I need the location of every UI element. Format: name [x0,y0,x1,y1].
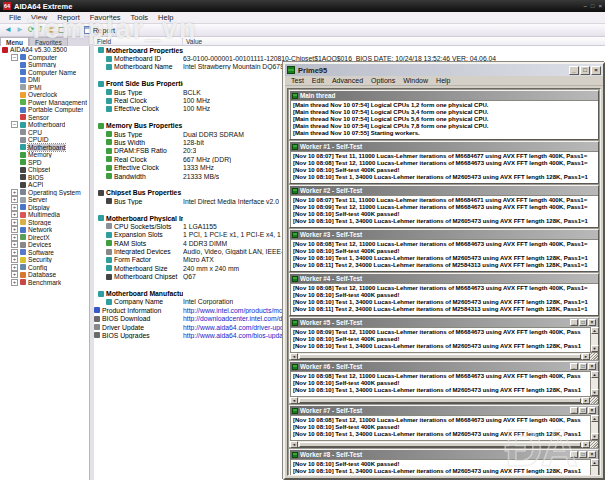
tree-item[interactable]: + Benchmark [0,279,89,287]
menu-item[interactable]: □ [591,3,595,9]
tree-item[interactable]: Chipset [0,166,89,174]
scroll-left-icon[interactable]: ◄ [290,397,298,404]
tree-item[interactable]: Power Management [0,99,89,107]
tree-item[interactable]: CPUID [0,136,89,144]
expander-icon[interactable]: + [11,256,18,263]
scroll-left-icon[interactable]: ◄ [290,441,298,448]
expander-icon[interactable]: + [11,264,18,271]
tree-item[interactable]: + Display [0,204,89,212]
tree-item[interactable]: + Operating System [0,189,89,197]
expander-icon[interactable]: + [11,279,18,286]
window-button[interactable]: _ [570,319,578,326]
tree-item[interactable]: DMI [0,76,89,84]
worker-titlebar[interactable]: Worker #2 - Self-Test [290,186,598,195]
worker-titlebar[interactable]: Worker #3 - Self-Test [290,230,598,239]
window-button[interactable]: _ [570,363,578,370]
menu-item[interactable]: Window [399,77,432,84]
expander-icon[interactable]: + [11,219,18,226]
prime95-titlebar[interactable]: Prime95 _□× [285,64,603,76]
expander-icon[interactable]: + [11,189,18,196]
tree-item[interactable]: BIOS [0,174,89,182]
worker-window-buttons[interactable]: _□× [570,407,596,414]
vertical-scrollbar[interactable]: ▲ ▼ [590,327,598,352]
expander-icon[interactable]: + [11,226,18,233]
scroll-down-icon[interactable]: ▼ [591,345,599,352]
vertical-scrollbar[interactable]: ▲ ▼ [590,459,598,476]
resize-grip[interactable] [590,397,598,404]
tree-item[interactable]: Motherboard [0,144,89,152]
tree-item[interactable]: + Network [0,226,89,234]
window-button[interactable]: × [588,407,596,414]
tab-menu[interactable]: Menu [0,37,29,46]
tree-item[interactable]: Overclock [0,91,89,99]
resize-grip[interactable] [590,353,598,360]
scroll-up-icon[interactable]: ▲ [591,415,599,422]
tree-item[interactable]: SPD [0,159,89,167]
menu-item[interactable]: File [4,13,26,22]
tree-item[interactable]: + Server [0,196,89,204]
tree-item[interactable]: + Multimedia [0,211,89,219]
expander-icon[interactable]: + [11,241,18,248]
expander-icon[interactable]: + [11,196,18,203]
scroll-right-icon[interactable]: ► [582,353,590,360]
expander-icon[interactable]: − [11,121,18,128]
menu-item[interactable]: × [598,3,602,9]
prime95-window-buttons[interactable]: _□× [569,66,601,75]
tree-item[interactable]: + Software [0,249,89,257]
worker-titlebar[interactable]: Worker #5 - Self-Test _□× [290,318,598,327]
tree-item[interactable]: Computer Name [0,69,89,77]
window-button[interactable]: × [591,66,601,75]
tree-item[interactable]: ACPI [0,181,89,189]
tree-item[interactable]: Summary [0,61,89,69]
window-button[interactable]: □ [580,66,590,75]
scrollbar-thumb[interactable] [299,354,581,359]
forward-icon[interactable]: ► [16,26,24,34]
window-button[interactable]: × [588,451,596,458]
worker-titlebar[interactable]: Worker #7 - Self-Test _□× [290,406,598,415]
aida64-titlebar[interactable]: 64 AIDA64 Extreme –□× [0,0,605,12]
worker-window-buttons[interactable]: _□× [570,319,596,326]
tree-item[interactable]: + Devices [0,241,89,249]
tree-item[interactable]: Sensor [0,114,89,122]
resize-grip[interactable] [590,441,598,448]
scrollbar-thumb[interactable] [299,398,581,403]
window-button[interactable]: □ [579,363,587,370]
vertical-scrollbar[interactable]: ▲ ▼ [590,371,598,396]
menu-item[interactable]: Help [432,77,454,84]
scroll-up-icon[interactable]: ▲ [591,371,599,378]
vertical-scrollbar[interactable]: ▲ ▼ [590,415,598,440]
tree-item[interactable]: Memory [0,151,89,159]
tree-item[interactable]: − Motherboard [0,121,89,129]
expander-icon[interactable]: + [11,271,18,278]
window-button[interactable]: □ [579,407,587,414]
tree-item[interactable]: − Computer [0,54,89,62]
back-icon[interactable]: ◄ [4,26,12,34]
worker-titlebar[interactable]: Worker #6 - Self-Test _□× [290,362,598,371]
menu-item[interactable]: – [584,3,587,9]
horizontal-scrollbar[interactable]: ◄ ► [290,352,598,359]
tree-item[interactable]: + Security [0,256,89,264]
expander-icon[interactable]: + [11,249,18,256]
menu-item[interactable]: Edit [308,77,328,84]
worker-titlebar[interactable]: Worker #1 - Self-Test [290,142,598,151]
tree-item[interactable]: + Config [0,264,89,272]
aida64-window-buttons[interactable]: –□× [584,3,602,9]
menu-item[interactable]: Test [287,77,308,84]
tree-item[interactable]: + Database [0,271,89,279]
scroll-up-icon[interactable]: ▲ [591,327,599,334]
expander-icon[interactable]: + [11,204,18,211]
tree-item[interactable]: IPMI [0,84,89,92]
scroll-right-icon[interactable]: ► [582,441,590,448]
window-button[interactable]: □ [579,451,587,458]
scroll-right-icon[interactable]: ► [582,397,590,404]
window-button[interactable]: × [588,363,596,370]
window-button[interactable]: × [588,319,596,326]
property-row[interactable]: Motherboard Properties [94,46,605,54]
tree-item[interactable]: Portable Computer [0,106,89,114]
tree-item[interactable]: + Storage [0,219,89,227]
window-button[interactable]: _ [569,66,579,75]
window-button[interactable]: □ [579,319,587,326]
scroll-left-icon[interactable]: ◄ [290,353,298,360]
horizontal-scrollbar[interactable]: ◄ ► [290,396,598,403]
window-button[interactable]: _ [570,407,578,414]
